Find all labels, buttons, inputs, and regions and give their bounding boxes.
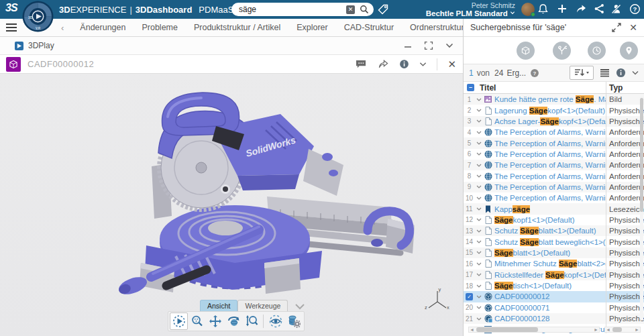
- app-name[interactable]: 3DDashboard: [136, 5, 193, 15]
- info-icon[interactable]: [399, 59, 409, 69]
- maximize-icon[interactable]: [424, 41, 433, 50]
- search-clear-icon[interactable]: ✕: [346, 5, 355, 14]
- result-row[interactable]: 10The Perception of Alarms, Warnings, St…: [464, 192, 644, 203]
- row-expand-chevron-icon[interactable]: [475, 174, 483, 178]
- column-type[interactable]: Typ: [606, 82, 644, 93]
- search-icon[interactable]: [360, 5, 369, 14]
- list-view-icon[interactable]: [600, 68, 610, 77]
- vertical-scrollbar[interactable]: [640, 96, 643, 321]
- user-slash-icon[interactable]: [610, 3, 622, 15]
- result-row[interactable]: 18Sägetisch<1>(Default)Physische P: [464, 280, 644, 291]
- minimize-icon[interactable]: [404, 42, 412, 50]
- row-expand-chevron-icon[interactable]: [475, 295, 483, 298]
- result-title-link[interactable]: Kappsäge: [494, 205, 606, 213]
- user-menu[interactable]: Peter Schmitz Bechtle PLM Standard: [426, 1, 515, 17]
- row-expand-chevron-icon[interactable]: [475, 229, 483, 233]
- result-row[interactable]: 17Rückstellfeder Sägekopf<1>(Default)Phy…: [464, 270, 644, 280]
- result-row[interactable]: 9The Perception of Alarms, Warnings, StA…: [464, 182, 644, 192]
- sort-button[interactable]: [570, 66, 594, 80]
- result-title-link[interactable]: Sägekopf1<1>(Default): [494, 216, 606, 224]
- result-row[interactable]: 14Schutz Sägeblatt beweglich<1>(DefaultP…: [464, 236, 644, 247]
- type-column-scrollbar[interactable]: ◄ ►: [604, 327, 641, 333]
- result-row[interactable]: ✓CADF00000012Physisches: [464, 291, 644, 302]
- tag-icon[interactable]: [377, 3, 389, 15]
- share-arrow-icon[interactable]: [377, 59, 389, 70]
- environment-label[interactable]: PDMaaS: [199, 5, 233, 15]
- filter-recent-button[interactable]: [588, 42, 606, 60]
- row-expand-chevron-icon[interactable]: [475, 251, 483, 254]
- row-expand-chevron-icon[interactable]: [475, 142, 483, 145]
- close-panel-icon[interactable]: ✕: [629, 22, 637, 33]
- row-expand-chevron-icon[interactable]: [475, 262, 483, 266]
- row-expand-chevron-icon[interactable]: [475, 317, 483, 321]
- result-title-link[interactable]: The Perception of Alarms, Warnings, St: [494, 194, 606, 202]
- result-title-link[interactable]: The Perception of Alarms, Warnings, St: [494, 161, 606, 169]
- result-title-link[interactable]: Schutz Sägeblatt<1>(Default): [494, 227, 606, 235]
- row-expand-chevron-icon[interactable]: [475, 164, 483, 167]
- row-expand-chevron-icon[interactable]: [475, 306, 483, 309]
- result-title-link[interactable]: CADF00000071: [494, 304, 606, 312]
- scroll-left-icon[interactable]: ◄: [605, 327, 611, 333]
- menu-hamburger-icon[interactable]: [6, 23, 17, 32]
- chevron-down-icon[interactable]: [632, 70, 639, 75]
- row-expand-chevron-icon[interactable]: [475, 273, 483, 276]
- result-row[interactable]: 6The Perception of Alarms, Warnings, StA…: [464, 149, 644, 160]
- row-expand-chevron-icon[interactable]: [475, 218, 483, 221]
- row-expand-chevron-icon[interactable]: [475, 109, 483, 112]
- search-input[interactable]: [231, 5, 346, 14]
- tab-explorer[interactable]: Explorer: [297, 23, 328, 32]
- column-title[interactable]: Titel: [480, 83, 606, 93]
- row-expand-chevron-icon[interactable]: [475, 152, 483, 156]
- result-row[interactable]: 1Kunde hätte gerne rote Säge. MachbarBil…: [464, 94, 644, 105]
- info-icon[interactable]: [616, 68, 626, 78]
- miter-saw-model[interactable]: SolidWorks: [101, 87, 416, 315]
- result-title-link[interactable]: CADF00000012: [494, 292, 606, 300]
- result-row[interactable]: 21CADF00000128Physisches: [464, 313, 644, 324]
- result-title-link[interactable]: Schutz Sägeblatt beweglich<1>(Default: [494, 238, 606, 246]
- zoom-button[interactable]: [188, 313, 206, 330]
- row-expand-chevron-icon[interactable]: [475, 197, 483, 200]
- render-settings-button[interactable]: [284, 313, 303, 330]
- scroll-left-icon[interactable]: ◄: [469, 327, 475, 333]
- tab-cad-struktur[interactable]: CAD-Struktur: [344, 23, 394, 32]
- more-chevron-icon[interactable]: [419, 62, 427, 67]
- tabs-scroll-left[interactable]: ‹: [61, 23, 64, 33]
- zoom-area-button[interactable]: [242, 313, 260, 330]
- 3dcompass-play-logo[interactable]: 3D V.R: [22, 1, 54, 32]
- tab-probleme[interactable]: Probleme: [142, 23, 178, 32]
- filter-3d-button[interactable]: [517, 42, 535, 60]
- result-row[interactable]: 15Sägeblatt<1>(Default)Physische P: [464, 247, 644, 258]
- result-title-link[interactable]: The Perception of Alarms, Warnings, St: [494, 172, 606, 180]
- object-name[interactable]: CADF00000012: [28, 59, 94, 69]
- scroll-right-icon[interactable]: ►: [634, 327, 640, 333]
- toolbar-collapse-icon[interactable]: [294, 303, 305, 310]
- tab-ansicht[interactable]: Ansicht: [200, 300, 237, 311]
- result-title-link[interactable]: The Perception of Alarms, Warnings, St: [494, 139, 606, 148]
- filter-funnel-button[interactable]: [553, 42, 571, 60]
- play-review-button[interactable]: [170, 313, 188, 330]
- result-row[interactable]: 8The Perception of Alarms, Warnings, StA…: [464, 170, 644, 181]
- result-title-link[interactable]: Lagerung Sägekopf<1>(Default): [494, 107, 606, 115]
- help-icon[interactable]: ?: [629, 3, 641, 15]
- result-title-link[interactable]: Sägeblatt<1>(Default): [494, 249, 606, 257]
- comment-icon[interactable]: [355, 59, 367, 69]
- share-network-icon[interactable]: [594, 3, 604, 14]
- global-search[interactable]: ✕: [231, 3, 374, 16]
- close-icon[interactable]: ✕: [447, 58, 456, 70]
- tab-ordnerstruktur[interactable]: Ordnerstruktur: [410, 23, 464, 32]
- result-row[interactable]: 5The Perception of Alarms, Warnings, StA…: [464, 137, 644, 148]
- tab-produktstruktur[interactable]: Produktstruktur / Artikel: [194, 23, 280, 32]
- result-row[interactable]: 3Achse Lager-Sägekopf<1>(Default)Physisc…: [464, 116, 644, 127]
- result-title-link[interactable]: The Perception of Alarms, Warnings, St: [494, 183, 606, 191]
- notifications-bell-icon[interactable]: [537, 3, 549, 15]
- tab-werkzeuge[interactable]: Werkzeuge: [237, 300, 288, 311]
- result-title-link[interactable]: Achse Lager-Sägekopf<1>(Default): [494, 117, 606, 125]
- result-title-link[interactable]: The Perception of Alarms, Warnings, St: [494, 128, 606, 136]
- result-row[interactable]: 13Schutz Sägeblatt<1>(Default)Physische …: [464, 225, 644, 236]
- result-row[interactable]: 20CADF00000071Physisches: [464, 302, 644, 313]
- row-expand-chevron-icon[interactable]: [475, 240, 483, 243]
- result-title-link[interactable]: CADF00000128: [494, 315, 606, 323]
- select-all-checkbox[interactable]: –: [467, 84, 474, 91]
- row-expand-chevron-icon[interactable]: [475, 98, 483, 101]
- tab-aenderungen[interactable]: Änderungen: [80, 23, 125, 32]
